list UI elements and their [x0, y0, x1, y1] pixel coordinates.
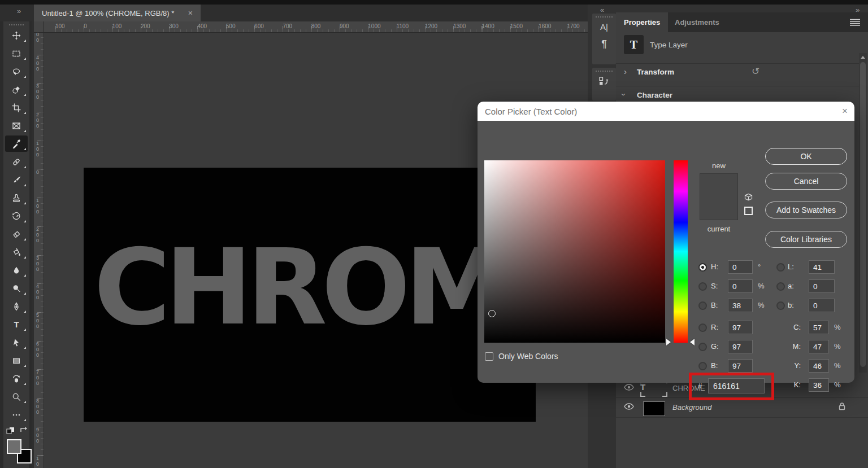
lightness-input[interactable] [809, 260, 835, 274]
saturation-radio[interactable] [698, 282, 707, 291]
b-label: b: [788, 301, 794, 309]
rectangle-tool[interactable] [5, 352, 28, 369]
character-chevron-icon[interactable]: › [619, 93, 629, 96]
canvas-text: CHROME [94, 235, 536, 340]
brightness-input[interactable] [728, 299, 753, 312]
type-tool[interactable]: T [5, 316, 28, 333]
background-layer-thumbnail[interactable] [643, 401, 665, 416]
hue-slider-arrow-right[interactable] [690, 339, 695, 345]
cancel-button[interactable]: Cancel [765, 173, 847, 190]
blue-input[interactable] [728, 359, 753, 373]
h-ruler-label: 400 [198, 23, 207, 29]
hue-slider-arrow-left[interactable] [666, 339, 671, 345]
brightness-label: B: [711, 301, 718, 309]
rotate-view-tool[interactable] [5, 370, 28, 387]
rectangular-marquee-tool[interactable] [5, 45, 28, 62]
only-web-colors-checkbox[interactable] [485, 352, 493, 361]
history-brush-tool[interactable] [5, 208, 28, 224]
tab-adjustments[interactable]: Adjustments [667, 12, 727, 32]
layer-visibility-icon[interactable] [624, 403, 634, 412]
scrollbar-thumb[interactable] [860, 62, 866, 367]
type-tool-glyph: T [14, 320, 19, 329]
layer-name[interactable]: Background [672, 403, 711, 412]
character-section-label[interactable]: Character [637, 91, 672, 99]
glyphs-panel-icon[interactable] [592, 73, 616, 88]
default-colors-icon[interactable] [6, 426, 16, 437]
dodge-tool[interactable] [5, 280, 28, 296]
b-input[interactable] [809, 299, 835, 312]
layer-visibility-icon[interactable] [624, 384, 634, 392]
new-color-label: new [700, 161, 738, 170]
ok-button[interactable]: OK [765, 148, 847, 165]
a-radio[interactable] [776, 282, 785, 291]
gamut-warning-cube-icon[interactable] [743, 193, 754, 206]
lasso-tool[interactable] [5, 63, 28, 80]
color-picker-dialog: Color Picker (Text Color) × new current … [478, 102, 854, 383]
green-input[interactable] [728, 340, 753, 353]
transform-chevron-icon[interactable]: › [624, 67, 627, 76]
toolbar-expand-icon[interactable]: » [17, 7, 20, 15]
transform-reset-icon[interactable]: ↺ [752, 65, 760, 77]
swap-colors-icon[interactable] [19, 425, 29, 436]
v-ruler-label: 1 0 0 [36, 141, 39, 158]
panel-menu-icon[interactable] [850, 19, 860, 28]
black-input[interactable] [809, 378, 829, 392]
blue-radio[interactable] [698, 362, 707, 370]
paint-bucket-tool[interactable] [5, 244, 28, 260]
brightness-unit: % [758, 301, 765, 309]
lightness-radio[interactable] [776, 263, 785, 272]
panel-scrollbar[interactable] [859, 53, 867, 373]
h-ruler-label: 1500 [510, 23, 523, 29]
document-tab[interactable]: Untitled-1 @ 100% (CHROME, RGB/8) * × [34, 5, 201, 21]
horizontal-ruler[interactable]: 1000100200300400500600700800900100011001… [44, 21, 588, 33]
path-selection-tool[interactable] [5, 334, 28, 351]
transform-section-label[interactable]: Transform [637, 68, 674, 76]
green-radio[interactable] [698, 343, 707, 351]
paragraph-panel-icon[interactable]: ¶ [592, 36, 616, 53]
color-field-marker[interactable] [488, 310, 496, 317]
tab-properties[interactable]: Properties [616, 12, 668, 32]
cyan-input[interactable] [809, 321, 829, 334]
tab-close-icon[interactable]: × [186, 8, 195, 18]
scroll-up-icon[interactable] [861, 56, 865, 59]
red-input[interactable] [728, 321, 753, 334]
dialog-titlebar[interactable]: Color Picker (Text Color) × [478, 102, 854, 121]
brush-tool[interactable] [5, 172, 28, 188]
hue-radio[interactable] [698, 263, 707, 272]
eyedropper-tool[interactable] [5, 135, 28, 152]
crop-tool[interactable] [5, 99, 28, 116]
magenta-input[interactable] [809, 340, 829, 353]
pen-tool[interactable] [5, 298, 28, 314]
zoom-tool[interactable] [5, 388, 28, 405]
frame-tool[interactable] [5, 117, 28, 134]
eraser-tool[interactable] [5, 226, 28, 242]
saturation-label: S: [711, 282, 718, 290]
object-selection-tool[interactable] [5, 81, 28, 98]
saturation-brightness-field[interactable] [484, 160, 665, 343]
blur-tool[interactable] [5, 262, 28, 278]
divider [616, 63, 859, 64]
color-libraries-button[interactable]: Color Libraries [765, 231, 847, 248]
layer-lock-icon[interactable] [838, 402, 846, 412]
move-tool[interactable] [5, 27, 28, 43]
yellow-input[interactable] [809, 359, 829, 373]
clone-stamp-tool[interactable] [5, 190, 28, 206]
more-tools[interactable] [5, 406, 28, 423]
v-ruler-label: 8 0 0 [36, 398, 39, 415]
saturation-input[interactable] [728, 279, 753, 293]
red-radio[interactable] [698, 323, 707, 332]
dialog-close-icon[interactable]: × [842, 106, 848, 117]
tile-grip [596, 16, 613, 18]
spot-healing-brush-tool[interactable] [5, 154, 28, 170]
add-to-swatches-button[interactable]: Add to Swatches [765, 202, 847, 218]
hue-slider[interactable] [674, 160, 688, 343]
brightness-radio[interactable] [698, 301, 707, 310]
character-panel-icon[interactable]: A| [592, 19, 616, 36]
foreground-color-swatch[interactable] [7, 439, 21, 454]
a-input[interactable] [809, 279, 835, 293]
web-color-swatch-icon[interactable] [744, 207, 753, 215]
hue-input[interactable] [728, 260, 753, 274]
b-radio[interactable] [776, 301, 785, 310]
document-canvas[interactable]: CHROME [84, 168, 536, 422]
vertical-ruler[interactable]: 5 0 04 0 03 0 02 0 01 0 001 0 02 0 03 0 … [34, 33, 44, 468]
